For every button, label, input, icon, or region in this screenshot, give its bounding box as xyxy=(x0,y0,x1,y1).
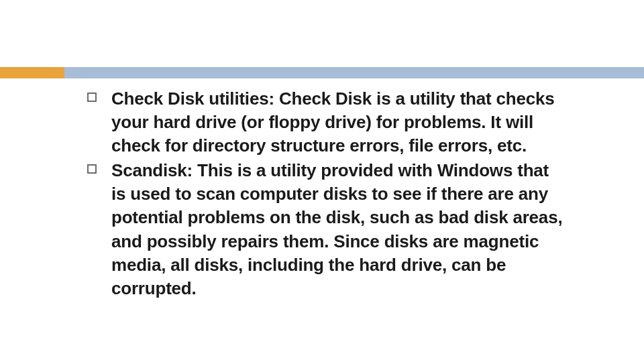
bullet-text: Check Disk utilities: Check Disk is a ut… xyxy=(111,87,564,158)
slide: Check Disk utilities: Check Disk is a ut… xyxy=(0,0,644,362)
bullet-text: Scandisk: This is a utility provided wit… xyxy=(111,159,564,300)
list-item: Scandisk: This is a utility provided wit… xyxy=(87,159,564,300)
square-bullet-icon xyxy=(87,93,97,102)
square-bullet-icon xyxy=(87,164,97,174)
list-item: Check Disk utilities: Check Disk is a ut… xyxy=(87,87,564,158)
header-rule-bar xyxy=(64,67,644,78)
content-area: Check Disk utilities: Check Disk is a ut… xyxy=(87,87,564,302)
header-accent-block xyxy=(0,67,64,78)
header-bar xyxy=(0,67,644,78)
